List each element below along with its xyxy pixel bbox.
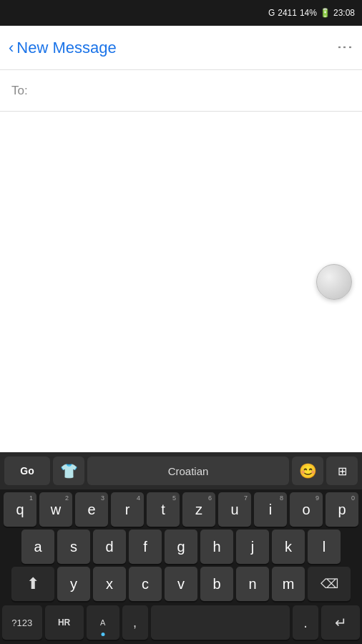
back-button[interactable]: ‹ New Message — [9, 39, 117, 57]
key-j[interactable]: j — [236, 530, 269, 564]
comma-key[interactable]: , — [122, 605, 148, 640]
key-r[interactable]: 4r — [111, 492, 144, 527]
emoji-icon: 😊 — [299, 462, 317, 479]
key-i[interactable]: 8i — [254, 492, 287, 527]
status-icons: G 2411 14% 🔋 23:08 — [268, 8, 355, 18]
grid-button[interactable]: ⊞ — [326, 457, 358, 485]
bottom-row: ?123 HR A , . ↵ — [0, 605, 362, 644]
period-key[interactable]: . — [293, 605, 318, 640]
shift-key[interactable]: ⬆ — [11, 567, 54, 601]
key-row-1: 1q 2w 3e 4r 5t 6z 7u 8i 9o 0p — [2, 492, 360, 527]
key-k[interactable]: k — [272, 530, 305, 564]
key-d[interactable]: d — [93, 530, 126, 564]
status-bar: G 2411 14% 🔋 23:08 — [0, 0, 362, 26]
key-p[interactable]: 0p — [326, 492, 358, 527]
app-title: New Message — [16, 39, 116, 57]
back-icon: ‹ — [9, 39, 14, 57]
time-display: 23:08 — [333, 8, 355, 18]
key-s[interactable]: s — [57, 530, 90, 564]
key-b[interactable]: b — [200, 567, 233, 601]
key-z[interactable]: 6z — [182, 492, 215, 527]
key-e[interactable]: 3e — [75, 492, 108, 527]
key-o[interactable]: 9o — [290, 492, 323, 527]
keyboard: Go 👕 Croatian 😊 ⊞ 1q 2w 3e 4r 5t 6z 7u 8… — [0, 452, 362, 644]
key-y[interactable]: y — [57, 567, 90, 601]
symbols-key[interactable]: ?123 — [2, 605, 42, 640]
battery-pct: 14% — [300, 8, 317, 18]
recipient-input[interactable] — [34, 84, 351, 98]
to-field-container: To: — [0, 70, 362, 112]
message-body[interactable] — [0, 112, 362, 452]
app-bar: ‹ New Message ⋮ — [0, 26, 362, 70]
key-h[interactable]: h — [200, 530, 233, 564]
abc-key[interactable]: A — [87, 605, 119, 640]
key-c[interactable]: c — [129, 567, 162, 601]
shirt-button[interactable]: 👕 — [53, 457, 84, 485]
key-q[interactable]: 1q — [4, 492, 36, 527]
key-g[interactable]: g — [165, 530, 197, 564]
emoji-button[interactable]: 😊 — [292, 457, 323, 485]
key-l[interactable]: l — [308, 530, 341, 564]
go-button[interactable]: Go — [4, 457, 50, 485]
abc-dot — [101, 633, 104, 636]
language-key[interactable]: HR — [45, 605, 84, 640]
key-row-2: a s d f g h j k l — [2, 530, 360, 564]
key-x[interactable]: x — [93, 567, 126, 601]
enter-key[interactable]: ↵ — [321, 605, 360, 640]
network-icon: G — [268, 8, 275, 18]
key-m[interactable]: m — [272, 567, 305, 601]
key-rows: 1q 2w 3e 4r 5t 6z 7u 8i 9o 0p a s d f g … — [0, 489, 362, 605]
to-label: To: — [11, 84, 28, 98]
key-f[interactable]: f — [129, 530, 162, 564]
key-t[interactable]: 5t — [147, 492, 180, 527]
space-key[interactable] — [151, 605, 290, 640]
grid-icon: ⊞ — [338, 464, 347, 478]
language-button[interactable]: Croatian — [87, 457, 289, 485]
key-n[interactable]: n — [236, 567, 269, 601]
shirt-icon: 👕 — [60, 462, 78, 479]
key-a[interactable]: a — [21, 530, 54, 564]
key-w[interactable]: 2w — [39, 492, 72, 527]
keyboard-toolbar: Go 👕 Croatian 😊 ⊞ — [0, 452, 362, 489]
backspace-key[interactable]: ⌫ — [308, 567, 351, 601]
scroll-button[interactable] — [316, 264, 352, 300]
battery-icon: 🔋 — [320, 8, 331, 18]
key-row-3: ⬆ y x c v b n m ⌫ — [2, 567, 360, 601]
key-u[interactable]: 7u — [218, 492, 251, 527]
key-v[interactable]: v — [165, 567, 197, 601]
signal-bars: 2411 — [278, 8, 297, 18]
more-menu-button[interactable]: ⋮ — [336, 39, 354, 57]
